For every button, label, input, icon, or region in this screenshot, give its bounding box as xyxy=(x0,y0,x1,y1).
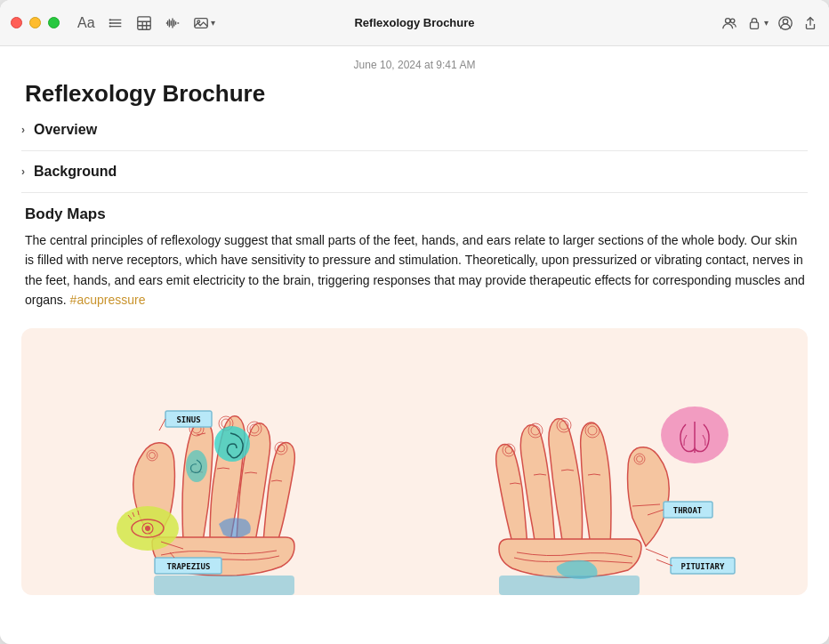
list-view-icon[interactable] xyxy=(108,15,124,31)
svg-point-21 xyxy=(726,18,730,22)
svg-point-3 xyxy=(109,19,110,20)
font-icon[interactable]: Aa xyxy=(77,15,95,31)
traffic-lights xyxy=(11,17,60,28)
overview-section[interactable]: › Overview xyxy=(21,122,808,138)
content-area: June 10, 2024 at 9:41 AM Reflexology Bro… xyxy=(0,46,829,644)
close-button[interactable] xyxy=(11,17,22,28)
svg-point-25 xyxy=(783,19,787,23)
divider xyxy=(21,150,808,151)
svg-rect-23 xyxy=(751,22,759,28)
app-window: Aa ▾ Reflexology Brochure xyxy=(0,0,829,644)
svg-rect-75 xyxy=(499,576,640,595)
audio-icon[interactable] xyxy=(165,15,181,31)
user-icon[interactable] xyxy=(777,15,793,31)
chevron-right-icon-2: › xyxy=(21,165,25,178)
background-label: Background xyxy=(34,164,117,180)
svg-point-44 xyxy=(186,450,207,482)
lock-icon[interactable]: ▾ xyxy=(746,15,769,31)
window-title: Reflexology Brochure xyxy=(354,16,474,29)
table-icon[interactable] xyxy=(136,15,152,31)
body-maps-text: The central principles of reflexology su… xyxy=(21,230,808,310)
toolbar-right: ▾ xyxy=(721,15,818,31)
document-title: Reflexology Brochure xyxy=(21,80,808,108)
chevron-right-icon: › xyxy=(21,124,25,136)
background-section[interactable]: › Background xyxy=(21,164,808,180)
hashtag[interactable]: #acupressure xyxy=(70,293,146,307)
minimize-button[interactable] xyxy=(29,17,41,28)
svg-rect-19 xyxy=(194,18,206,28)
svg-text:THROAT: THROAT xyxy=(673,506,703,515)
collaborate-icon[interactable] xyxy=(721,15,737,31)
svg-point-4 xyxy=(109,21,110,23)
overview-label: Overview xyxy=(34,122,97,138)
svg-point-40 xyxy=(145,526,150,531)
svg-text:TRAPEZIUS: TRAPEZIUS xyxy=(167,562,211,571)
document-date: June 10, 2024 at 9:41 AM xyxy=(21,46,808,80)
divider-2 xyxy=(21,192,808,193)
svg-rect-6 xyxy=(137,16,149,28)
svg-text:SINUS: SINUS xyxy=(176,415,200,424)
share-icon[interactable] xyxy=(802,15,818,31)
hand-illustration-container: SINUS TRAPEZIUS THROAT PITUITARY xyxy=(21,328,808,595)
svg-rect-74 xyxy=(154,576,294,595)
toolbar-left: Aa ▾ xyxy=(77,15,215,31)
maximize-button[interactable] xyxy=(48,17,60,28)
svg-text:PITUITARY: PITUITARY xyxy=(681,562,725,571)
media-icon[interactable]: ▾ xyxy=(193,15,215,31)
body-maps-heading: Body Maps xyxy=(21,205,808,223)
titlebar: Aa ▾ Reflexology Brochure xyxy=(0,0,829,46)
svg-point-5 xyxy=(109,25,110,27)
svg-point-22 xyxy=(730,19,735,23)
